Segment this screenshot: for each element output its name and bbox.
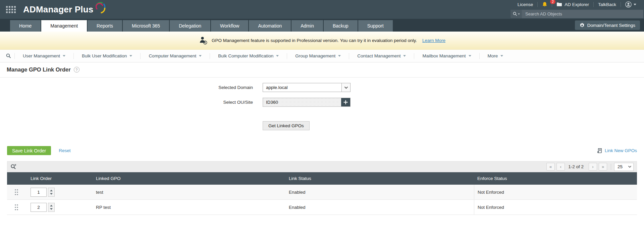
separator [611, 164, 611, 170]
ou-site-field[interactable]: ID360 [263, 98, 351, 107]
domain-select[interactable]: apple.local [263, 83, 351, 92]
tab-reports[interactable]: Reports [88, 20, 122, 32]
app-logo-text: ADManager Plus [23, 4, 93, 15]
page-header: Manage GPO Link Order ? [0, 62, 644, 78]
subnav-item-label: Computer Management [149, 53, 196, 58]
reset-link[interactable]: Reset [59, 148, 70, 153]
page-size-select[interactable]: 25 [614, 163, 634, 171]
link-order-actions: Save Link Order Reset Link New GPOs [7, 146, 637, 155]
link-order-input[interactable] [31, 203, 47, 212]
link-status-cell: Enabled [285, 185, 474, 199]
enforce-status-cell: Not Enforced [474, 185, 637, 199]
link-new-gpos-link[interactable]: Link New GPOs [597, 148, 637, 153]
link-order-input[interactable] [31, 188, 47, 197]
subnav-item-label: User Management [23, 53, 60, 58]
apps-grid-icon[interactable] [6, 6, 16, 13]
subnav-item-mailbox-management[interactable]: Mailbox Management [414, 53, 479, 59]
link-status-cell: Enabled [285, 200, 474, 215]
tab-workflow[interactable]: Workflow [211, 20, 248, 32]
link-new-gpos-label: Link New GPOs [605, 148, 637, 153]
drag-handle-icon[interactable] [14, 204, 18, 211]
table-row: RP test Enabled Not Enforced [7, 200, 637, 215]
chevron-down-icon [500, 55, 503, 57]
subnav-item-label: Bulk User Modification [82, 53, 127, 58]
tab-management[interactable]: Management [41, 20, 87, 32]
subnav-item-contact-management[interactable]: Contact Management [349, 53, 414, 59]
user-menu[interactable] [621, 2, 641, 7]
tab-admin[interactable]: Admin [291, 20, 323, 32]
linked-gpo-cell: RP test [93, 200, 285, 215]
subnav-item-more[interactable]: More [479, 53, 512, 59]
page-title: Manage GPO Link Order [7, 66, 71, 73]
talkback-label: TalkBack [598, 2, 616, 7]
subnav-item-label: Bulk Computer Modification [218, 53, 273, 58]
ad-explorer-link[interactable]: AD Explorer [552, 2, 593, 7]
pagination-prev-button[interactable]: ‹ [556, 163, 565, 171]
drag-handle-icon[interactable] [14, 189, 18, 196]
topbar-actions: License 2 AD Explorer TalkBack [513, 0, 641, 9]
subnav-item-label: Mailbox Management [422, 53, 466, 58]
ou-site-value: ID360 [263, 98, 341, 106]
ad-explorer-label: AD Explorer [565, 2, 589, 7]
step-up-icon[interactable] [50, 205, 53, 206]
ad-object-search [511, 10, 643, 18]
subnav-item-label: Group Management [295, 53, 335, 58]
subnav-item-bulk-computer-modification[interactable]: Bulk Computer Modification [210, 53, 287, 59]
main-nav: Home Management Reports Microsoft 365 De… [0, 19, 644, 32]
tab-delegation[interactable]: Delegation [170, 20, 210, 32]
search-input[interactable] [522, 10, 643, 18]
notifications-button[interactable]: 2 [538, 2, 552, 7]
domain-tenant-settings-button[interactable]: Domain/Tenant Settings [575, 20, 640, 30]
gear-icon [580, 23, 585, 28]
app-logo: ADManager Plus [23, 4, 106, 15]
evaluation-banner: GPO Management feature is supported in P… [0, 32, 644, 50]
subnav-item-bulk-user-modification[interactable]: Bulk User Modification [73, 53, 140, 59]
logo-swirl-icon [94, 2, 106, 14]
chevron-down-icon [338, 55, 341, 57]
tab-home[interactable]: Home [10, 20, 41, 32]
domain-select-value: apple.local [263, 85, 288, 90]
learn-more-link[interactable]: Learn More [422, 38, 445, 43]
get-linked-gpos-button[interactable]: Get Linked GPOs [263, 121, 310, 130]
pagination-last-button[interactable]: » [599, 163, 607, 171]
talkback-link[interactable]: TalkBack [594, 2, 621, 7]
scroll-document-icon [597, 148, 602, 153]
subnav-item-group-management[interactable]: Group Management [287, 53, 349, 59]
page-size-value: 25 [618, 164, 623, 169]
domain-select-toggle[interactable] [341, 83, 350, 92]
step-up-icon[interactable] [50, 190, 53, 191]
link-order-stepper[interactable] [48, 188, 55, 197]
tab-support[interactable]: Support [358, 20, 393, 32]
chevron-down-icon [518, 13, 520, 15]
subnav-item-user-management[interactable]: User Management [14, 53, 73, 59]
pagination: « ‹ 1-2 of 2 › » 25 [545, 163, 634, 171]
chevron-down-icon [63, 55, 65, 57]
save-link-order-button[interactable]: Save Link Order [7, 146, 51, 155]
subnav-item-computer-management[interactable]: Computer Management [140, 53, 210, 59]
drag-column-header [7, 172, 25, 185]
pagination-next-button[interactable]: › [589, 163, 597, 171]
help-icon[interactable]: ? [74, 67, 79, 73]
tab-automation[interactable]: Automation [249, 20, 291, 32]
plus-icon [343, 100, 348, 104]
license-link[interactable]: License [513, 2, 538, 7]
table-search-icon[interactable] [10, 164, 17, 170]
link-order-stepper[interactable] [48, 203, 55, 212]
step-down-icon[interactable] [50, 208, 53, 210]
add-ou-button[interactable] [341, 98, 350, 106]
bell-icon [542, 2, 547, 7]
step-down-icon[interactable] [50, 193, 53, 195]
management-subnav: User Management Bulk User Modification C… [0, 50, 644, 62]
subnav-item-label: Contact Management [357, 53, 400, 58]
search-icon [513, 12, 517, 16]
chevron-down-icon [634, 4, 636, 5]
search-scope-button[interactable] [511, 10, 522, 18]
license-label: License [518, 2, 533, 7]
pagination-first-button[interactable]: « [546, 163, 555, 171]
gpo-table: « ‹ 1-2 of 2 › » 25 Link Order Linked GP… [7, 161, 637, 215]
folder-icon [556, 2, 562, 7]
chevron-down-icon [344, 86, 348, 89]
tab-microsoft-365[interactable]: Microsoft 365 [123, 20, 169, 32]
tab-backup[interactable]: Backup [324, 20, 358, 32]
subnav-search-button[interactable] [3, 53, 14, 58]
